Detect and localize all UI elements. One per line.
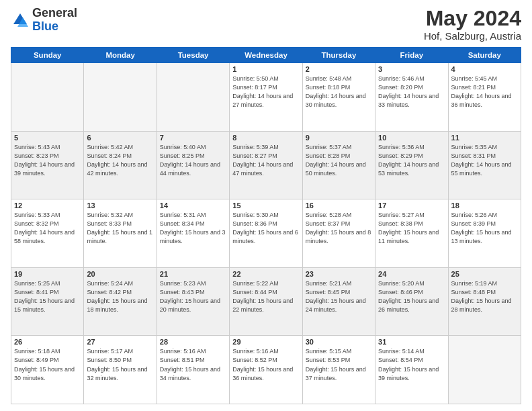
day-info: Sunrise: 5:23 AM Sunset: 8:43 PM Dayligh… [160,279,226,314]
day-info: Sunrise: 5:19 AM Sunset: 8:48 PM Dayligh… [451,279,518,314]
day-header-friday: Friday [375,48,448,63]
day-info: Sunrise: 5:36 AM Sunset: 8:29 PM Dayligh… [378,143,445,178]
day-number: 4 [451,65,518,73]
calendar-cell: 23Sunrise: 5:21 AM Sunset: 8:45 PM Dayli… [302,267,375,336]
day-number: 20 [87,270,153,278]
day-number: 8 [232,134,299,142]
day-info: Sunrise: 5:17 AM Sunset: 8:50 PM Dayligh… [87,347,153,382]
calendar-cell [448,336,521,404]
calendar-cell: 22Sunrise: 5:22 AM Sunset: 8:44 PM Dayli… [230,267,302,336]
day-number: 21 [160,270,226,278]
calendar-cell: 26Sunrise: 5:18 AM Sunset: 8:49 PM Dayli… [11,336,84,404]
day-number: 28 [160,338,226,346]
day-info: Sunrise: 5:16 AM Sunset: 8:52 PM Dayligh… [232,347,299,382]
day-info: Sunrise: 5:43 AM Sunset: 8:23 PM Dayligh… [14,143,81,178]
calendar-cell: 13Sunrise: 5:32 AM Sunset: 8:33 PM Dayli… [84,199,157,268]
day-number: 31 [378,338,445,346]
calendar-cell: 8Sunrise: 5:39 AM Sunset: 8:27 PM Daylig… [230,131,302,199]
calendar-header-row: SundayMondayTuesdayWednesdayThursdayFrid… [11,48,521,63]
calendar-cell: 20Sunrise: 5:24 AM Sunset: 8:42 PM Dayli… [84,267,157,336]
calendar-week-row: 19Sunrise: 5:25 AM Sunset: 8:41 PM Dayli… [11,267,521,336]
day-info: Sunrise: 5:24 AM Sunset: 8:42 PM Dayligh… [87,279,153,314]
day-info: Sunrise: 5:14 AM Sunset: 8:54 PM Dayligh… [378,347,445,382]
day-number: 2 [306,65,372,73]
day-info: Sunrise: 5:39 AM Sunset: 8:27 PM Dayligh… [232,143,299,178]
day-number: 18 [451,201,518,210]
day-header-monday: Monday [84,48,157,63]
day-number: 24 [378,270,445,278]
calendar-cell: 11Sunrise: 5:35 AM Sunset: 8:31 PM Dayli… [448,131,521,199]
day-info: Sunrise: 5:37 AM Sunset: 8:28 PM Dayligh… [306,143,372,178]
month-year: May 2024 [424,7,521,30]
calendar-cell: 7Sunrise: 5:40 AM Sunset: 8:25 PM Daylig… [157,131,229,199]
calendar-cell: 16Sunrise: 5:28 AM Sunset: 8:37 PM Dayli… [302,199,375,268]
day-info: Sunrise: 5:28 AM Sunset: 8:37 PM Dayligh… [306,211,372,246]
calendar-cell: 25Sunrise: 5:19 AM Sunset: 8:48 PM Dayli… [448,267,521,336]
day-number: 26 [14,338,81,346]
logo-icon [11,11,30,30]
day-info: Sunrise: 5:45 AM Sunset: 8:21 PM Dayligh… [451,75,518,109]
calendar-table: SundayMondayTuesdayWednesdayThursdayFrid… [11,47,521,404]
day-info: Sunrise: 5:20 AM Sunset: 8:46 PM Dayligh… [378,279,445,314]
calendar-cell [157,63,229,132]
day-number: 16 [306,201,372,210]
calendar-cell: 29Sunrise: 5:16 AM Sunset: 8:52 PM Dayli… [230,336,302,404]
logo-text: General Blue [32,7,77,34]
day-number: 10 [378,134,445,142]
calendar-cell [11,63,84,132]
day-number: 15 [232,201,299,210]
day-header-tuesday: Tuesday [157,48,229,63]
page: General Blue May 2024 Hof, Salzburg, Aus… [0,0,532,411]
day-info: Sunrise: 5:50 AM Sunset: 8:17 PM Dayligh… [232,75,299,109]
calendar-cell: 21Sunrise: 5:23 AM Sunset: 8:43 PM Dayli… [157,267,229,336]
calendar-cell: 31Sunrise: 5:14 AM Sunset: 8:54 PM Dayli… [375,336,448,404]
day-info: Sunrise: 5:26 AM Sunset: 8:39 PM Dayligh… [451,211,518,246]
calendar-cell: 30Sunrise: 5:15 AM Sunset: 8:53 PM Dayli… [302,336,375,404]
day-number: 7 [160,134,226,142]
logo-general: General [32,6,77,19]
day-number: 13 [87,201,153,210]
day-number: 12 [14,201,81,210]
calendar-cell: 4Sunrise: 5:45 AM Sunset: 8:21 PM Daylig… [448,63,521,132]
day-number: 17 [378,201,445,210]
day-info: Sunrise: 5:31 AM Sunset: 8:34 PM Dayligh… [160,211,226,246]
calendar-cell: 1Sunrise: 5:50 AM Sunset: 8:17 PM Daylig… [230,63,302,132]
day-info: Sunrise: 5:27 AM Sunset: 8:38 PM Dayligh… [378,211,445,246]
calendar-cell: 2Sunrise: 5:48 AM Sunset: 8:18 PM Daylig… [302,63,375,132]
calendar-cell: 6Sunrise: 5:42 AM Sunset: 8:24 PM Daylig… [84,131,157,199]
calendar-cell: 14Sunrise: 5:31 AM Sunset: 8:34 PM Dayli… [157,199,229,268]
day-number: 1 [232,65,299,73]
calendar-week-row: 5Sunrise: 5:43 AM Sunset: 8:23 PM Daylig… [11,131,521,199]
calendar-cell: 10Sunrise: 5:36 AM Sunset: 8:29 PM Dayli… [375,131,448,199]
header: General Blue May 2024 Hof, Salzburg, Aus… [11,7,521,42]
day-number: 5 [14,134,81,142]
day-header-wednesday: Wednesday [230,48,302,63]
calendar-cell: 15Sunrise: 5:30 AM Sunset: 8:36 PM Dayli… [230,199,302,268]
day-number: 6 [87,134,153,142]
day-number: 9 [306,134,372,142]
day-info: Sunrise: 5:30 AM Sunset: 8:36 PM Dayligh… [232,211,299,246]
day-info: Sunrise: 5:25 AM Sunset: 8:41 PM Dayligh… [14,279,81,314]
day-info: Sunrise: 5:46 AM Sunset: 8:20 PM Dayligh… [378,75,445,109]
day-info: Sunrise: 5:33 AM Sunset: 8:32 PM Dayligh… [14,211,81,246]
calendar-cell: 24Sunrise: 5:20 AM Sunset: 8:46 PM Dayli… [375,267,448,336]
day-number: 14 [160,201,226,210]
day-number: 30 [306,338,372,346]
day-info: Sunrise: 5:40 AM Sunset: 8:25 PM Dayligh… [160,143,226,178]
calendar-week-row: 26Sunrise: 5:18 AM Sunset: 8:49 PM Dayli… [11,336,521,404]
day-number: 27 [87,338,153,346]
day-header-thursday: Thursday [302,48,375,63]
title-block: May 2024 Hof, Salzburg, Austria [424,7,521,42]
day-info: Sunrise: 5:48 AM Sunset: 8:18 PM Dayligh… [306,75,372,109]
day-number: 19 [14,270,81,278]
calendar-cell: 5Sunrise: 5:43 AM Sunset: 8:23 PM Daylig… [11,131,84,199]
day-number: 3 [378,65,445,73]
day-number: 29 [232,338,299,346]
calendar-cell: 9Sunrise: 5:37 AM Sunset: 8:28 PM Daylig… [302,131,375,199]
calendar-cell: 19Sunrise: 5:25 AM Sunset: 8:41 PM Dayli… [11,267,84,336]
day-info: Sunrise: 5:15 AM Sunset: 8:53 PM Dayligh… [306,347,372,382]
calendar-cell: 18Sunrise: 5:26 AM Sunset: 8:39 PM Dayli… [448,199,521,268]
calendar-cell: 27Sunrise: 5:17 AM Sunset: 8:50 PM Dayli… [84,336,157,404]
location: Hof, Salzburg, Austria [424,30,521,42]
calendar-cell: 17Sunrise: 5:27 AM Sunset: 8:38 PM Dayli… [375,199,448,268]
